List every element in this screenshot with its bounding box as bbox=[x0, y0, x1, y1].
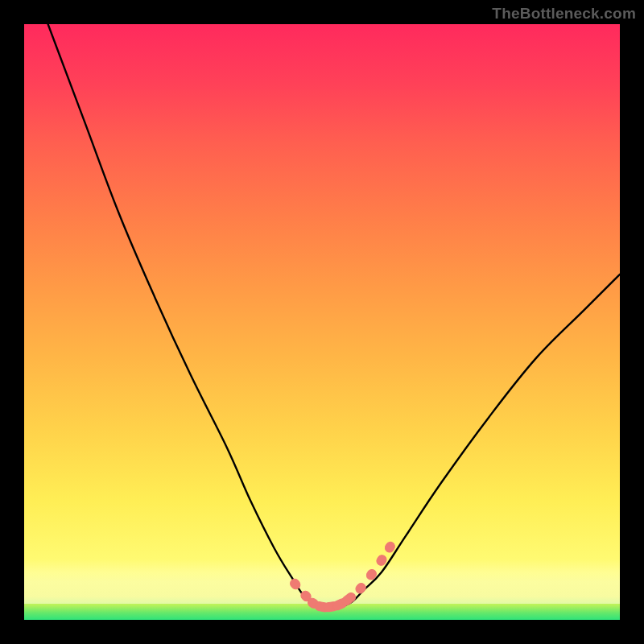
plot-area bbox=[24, 24, 620, 620]
bottleneck-curve bbox=[48, 24, 620, 608]
chart-frame: TheBottleneck.com bbox=[0, 0, 644, 644]
watermark-text: TheBottleneck.com bbox=[492, 5, 636, 23]
highlight-markers bbox=[288, 540, 396, 613]
chart-svg bbox=[24, 24, 620, 620]
marker-bead bbox=[354, 581, 368, 595]
